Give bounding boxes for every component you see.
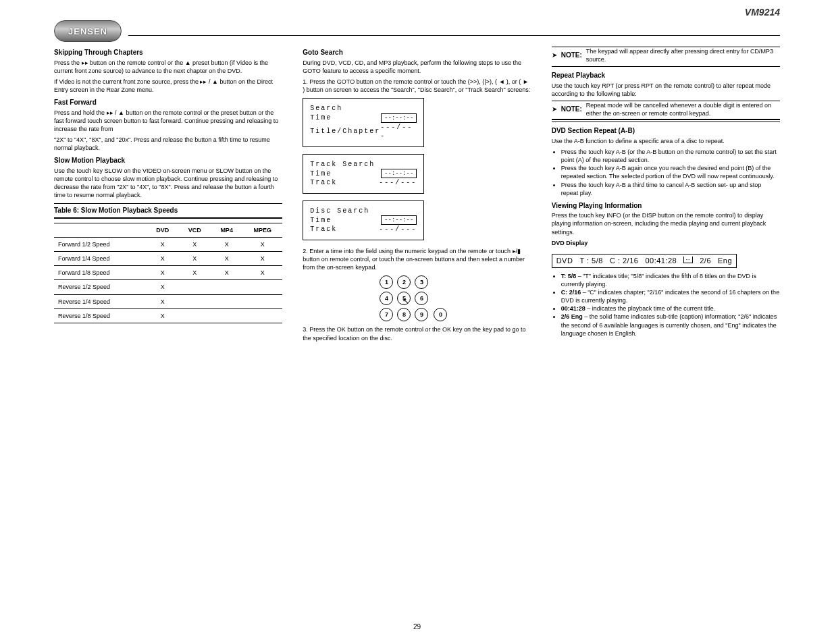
jensen-logo-badge: JENSEN (54, 20, 122, 42)
info-p1: Press the touch key INFO (or the DISP bu… (552, 211, 780, 236)
disc-search-box: Disc Search Time --:--:-- Track ---/--- (303, 200, 424, 240)
repeat-note-text: Repeat mode will be cancelled whenever a… (586, 101, 780, 117)
info-dvd: DVD (556, 256, 573, 266)
row-cell (211, 308, 242, 323)
track-time-row: Time --:--:-- (310, 169, 417, 178)
ff-p1: Press and hold the ▸▸ / ▲ button on the … (54, 109, 282, 133)
page-number: 29 (0, 623, 834, 630)
row-cell (242, 280, 282, 294)
search-time-label: Time (310, 113, 332, 123)
th-mpeg: MPEG (242, 223, 282, 237)
row-cell (179, 294, 211, 308)
subtitle-icon: ··· (683, 257, 693, 263)
up-arrow-icon: ▲ (185, 59, 191, 66)
info-chapter: C : 2/16 (610, 256, 639, 266)
row-cell: X (211, 266, 242, 280)
goto-p1: During DVD, VCD, CD, and MP3 playback, p… (303, 59, 531, 75)
slow-motion-table: DVD VCD MP4 MPEG Forward 1/2 SpeedXXXXFo… (54, 223, 282, 323)
play-pause-icon: ▸/▮ (513, 248, 521, 254)
th-mp4: MP4 (211, 223, 242, 237)
ab-heading: DVD Section Repeat (A-B) (552, 126, 780, 136)
row-cell: X (179, 237, 211, 251)
row-label: Forward 1/2 Speed (54, 237, 147, 251)
row-cell: X (147, 266, 179, 280)
table-row: Forward 1/8 SpeedXXXX (54, 266, 282, 280)
ab-li1: Press the touch key A-B (or the A-B butt… (561, 148, 780, 164)
key-2[interactable]: 2 (397, 275, 411, 289)
info-b4: 2/6 Eng – the solid frame indicates sub-… (561, 313, 780, 337)
note-text: The keypad will appear directly after pr… (586, 47, 780, 63)
key-0[interactable]: 0 (434, 308, 447, 321)
search-time-field[interactable]: --:--:-- (381, 113, 417, 123)
row-cell: X (147, 280, 179, 294)
up-arrow-icon: ▲ (118, 109, 124, 116)
repeat-note-rule-bot (552, 122, 780, 122)
table-title: Table 6: Slow Motion Playback Speeds (54, 204, 282, 217)
search-titlech-row: Title/Chapter ---/--- (310, 123, 417, 141)
row-cell: X (147, 294, 179, 308)
table-row: Reverse 1/8 SpeedX (54, 308, 282, 323)
key-8[interactable]: 8 (397, 308, 411, 321)
search-time-row: Time --:--:-- (310, 113, 417, 123)
track-value: ---/--- (379, 178, 417, 188)
repeat-note-rule-mid (552, 119, 780, 120)
skip-heading: Skipping Through Chapters (54, 48, 282, 57)
row-cell: X (211, 237, 242, 251)
disc-time-label: Time (310, 216, 332, 225)
repeat-heading: Repeat Playback (552, 71, 780, 80)
text: button on the remote control or the (90, 59, 185, 66)
key-6[interactable]: 6 (415, 292, 428, 305)
table-row: Forward 1/4 SpeedXXXX (54, 252, 282, 266)
skip-p1: Press the ▸▸ button on the remote contro… (54, 59, 282, 75)
table-row: Reverse 1/4 SpeedX (54, 294, 282, 308)
right-arrow-icon: ► (523, 78, 529, 85)
row-label: Reverse 1/8 Speed (54, 308, 147, 323)
disc-track-value: ---/--- (379, 225, 417, 234)
text: ) button on screen to access the "Search… (303, 86, 530, 93)
track-search-box: Track Search Time --:--:-- Track ---/--- (303, 154, 424, 194)
search-title: Search (310, 104, 417, 113)
disc-search-title: Disc Search (310, 207, 417, 216)
goto-heading: Goto Search (303, 48, 531, 57)
note-caret-icon: ➤ (552, 105, 557, 114)
disc-track-row: Track ---/--- (310, 225, 417, 234)
info-bullets: T: 5/8 – "T" indicates title; "5/8" indi… (552, 272, 780, 338)
key-1[interactable]: 1 (380, 275, 393, 289)
th-dvd: DVD (147, 223, 179, 237)
text: Enter a time into the field using the nu… (309, 248, 512, 254)
dvd-search-box: Search Time --:--:-- Title/Chapter ---/-… (303, 98, 424, 147)
track-time-field[interactable]: --:--:-- (381, 169, 417, 178)
ff-p2: "2X" to "4X", "8X", and "20x". Press and… (54, 136, 282, 152)
manual-page: VM9214 JENSEN Skipping Through Chapters … (0, 0, 834, 358)
column-2: Goto Search During DVD, VCD, CD, and MP3… (303, 44, 531, 345)
row-label: Reverse 1/4 Speed (54, 294, 147, 308)
key-3[interactable]: 3 (415, 275, 428, 289)
row-cell: X (242, 266, 282, 280)
info-title: T : 5/8 (579, 256, 602, 266)
table-row: Reverse 1/2 SpeedX (54, 280, 282, 294)
text: Press the GOTO button on the remote cont… (309, 78, 497, 85)
next-track-icon: ▸▸ (200, 78, 207, 85)
row-label: Forward 1/4 Speed (54, 252, 147, 266)
content-columns: Skipping Through Chapters Press the ▸▸ b… (54, 44, 780, 345)
row-cell: X (147, 252, 179, 266)
row-cell (211, 280, 242, 294)
key-7[interactable]: 7 (380, 308, 393, 321)
search-titlech-value: ---/--- (380, 123, 417, 141)
key-9[interactable]: 9 (415, 308, 428, 321)
text: ), or ( (506, 78, 521, 85)
brand-logo: JENSEN (54, 20, 122, 42)
skip-p2: If Video is not the current front zone s… (54, 78, 282, 94)
table-title-underline (54, 217, 282, 219)
row-cell (242, 308, 282, 323)
disc-time-field[interactable]: --:--:-- (381, 215, 417, 225)
ab-li2: Press the touch key A-B again once you r… (561, 164, 780, 180)
next-track-icon: ▸▸ (82, 59, 88, 66)
disc-track-label: Track (310, 225, 337, 234)
key-4[interactable]: 4 (380, 292, 393, 305)
onscreen-keypad: 1 2 3 4 5 6 7 8 9 0 ↖ (380, 275, 454, 321)
key-5[interactable]: 5 (397, 292, 411, 305)
slow-p1: Use the touch key SLOW on the VIDEO on-s… (54, 167, 282, 200)
row-cell: X (242, 237, 282, 251)
ab-p: Use the A-B function to define a specifi… (552, 137, 780, 145)
